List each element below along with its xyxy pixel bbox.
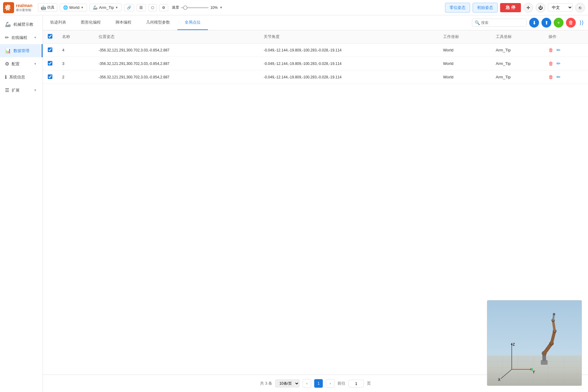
search-input[interactable] — [481, 21, 524, 25]
table-row: 3 -356.32,121.291,300.702,3.03,-0.854,2.… — [43, 57, 588, 70]
tab-graphic-prog[interactable]: 图形化编程 — [74, 15, 108, 30]
settings-icon-btn[interactable]: ⚙ — [159, 4, 168, 11]
row-checkbox-cell — [43, 57, 57, 70]
upload-btn[interactable]: ⬆ — [541, 18, 551, 28]
chevron-down-icon2: ▼ — [115, 6, 118, 9]
tab-script-prog[interactable]: 脚本编程 — [108, 15, 139, 30]
sidebar: 🦾 机械臂示教 ✏ 在线编程 ▼ 📊 数据管理 ⚙ 配置 ▼ ℹ 系统信息 ☰ … — [0, 15, 43, 392]
download-btn[interactable]: ⬇ — [529, 18, 539, 28]
connect-icon: 🔗 — [127, 6, 131, 10]
3d-viewer-panel: 👁 — [487, 300, 582, 386]
tab-trajectory[interactable]: 轨迹列表 — [43, 15, 74, 30]
delete-btn[interactable]: 🗑 — [566, 18, 576, 28]
row-work-coord-2: World — [438, 70, 491, 84]
init-pose-btn[interactable]: 初始姿态 — [473, 3, 498, 13]
sim-btn[interactable]: 🤖 仿真 — [38, 3, 57, 12]
col-checkbox — [43, 30, 57, 43]
table-row: 4 -356.32,121.291,300.702,3.03,-0.854,2.… — [43, 43, 588, 57]
plus-icon: ✛ — [526, 5, 530, 10]
row-name-2: 2 — [57, 70, 94, 84]
power-icon-btn[interactable]: ⏻ — [536, 3, 545, 13]
arm-dropdown[interactable]: 🦾 Arm_Tip ▼ — [89, 4, 122, 11]
config-icon: ⚙ — [5, 61, 9, 67]
speed-label: 速度 — [172, 5, 179, 10]
chain-icon: ⛓ — [139, 6, 143, 10]
page-1-btn[interactable]: 1 — [314, 379, 323, 388]
goto-label: 前往 — [337, 381, 345, 386]
prev-page-btn[interactable]: ‹ — [303, 379, 311, 388]
goto-input[interactable] — [349, 380, 364, 387]
logout-icon-btn[interactable]: ⎋ — [575, 3, 585, 13]
collapse-btn[interactable]: ⟩⟩ — [578, 19, 585, 26]
zero-pose-btn[interactable]: 零位姿态 — [445, 3, 470, 13]
world-dropdown[interactable]: 🌐 World ▼ — [60, 4, 87, 11]
row-edit-btn-2[interactable]: ✏ — [556, 74, 560, 80]
speed-value: 10% — [210, 6, 218, 10]
row-tool-coord-1: Arm_Tip — [491, 57, 544, 70]
sidebar-item-extend[interactable]: ☰ 扩展 ▼ — [0, 84, 43, 97]
row-delete-btn-2[interactable]: 🗑 — [548, 74, 553, 80]
tab-geo-model[interactable]: 几何模型参数 — [139, 15, 177, 30]
data-mgmt-icon: 📊 — [5, 48, 11, 54]
speed-slider[interactable] — [181, 7, 209, 8]
row-name-0: 4 — [57, 43, 94, 57]
row-action-0: 🗑 ✏ — [544, 43, 588, 57]
sidebar-item-mechanical[interactable]: 🦾 机械臂示教 — [0, 18, 43, 31]
col-name: 名称 — [57, 30, 94, 43]
svg-line-20 — [553, 320, 555, 331]
table-body: 4 -356.32,121.291,300.702,3.03,-0.854,2.… — [43, 43, 588, 84]
connect-btn[interactable]: 🔗 — [124, 4, 134, 11]
emergency-stop-btn[interactable]: 急 停 — [500, 3, 521, 12]
chevron-down-icon3: ▼ — [34, 36, 37, 39]
sidebar-item-sysinfo[interactable]: ℹ 系统信息 — [0, 70, 43, 84]
sidebar-item-mechanical-label: 机械臂示教 — [13, 22, 33, 27]
robot-arm-svg: Z X Y — [487, 300, 582, 386]
next-page-btn[interactable]: › — [326, 379, 334, 388]
tabs: 轨迹列表 图形化编程 脚本编程 几何模型参数 全局点位 🔍 ⬇ ⬆ ＋ 🗑 ⟩⟩ — [43, 15, 588, 30]
chevron-down-icon5: ▼ — [34, 89, 37, 92]
topnav-right: 零位姿态 初始姿态 急 停 ✛ ⏻ 中文 English ⎋ — [445, 3, 585, 13]
pagination-total: 共 3 条 — [260, 381, 272, 386]
row-checkbox-2[interactable] — [48, 74, 52, 79]
col-pose: 位置姿态 — [94, 30, 259, 43]
sidebar-item-online-prog[interactable]: ✏ 在线编程 ▼ — [0, 31, 43, 44]
speed-control: 速度 10% ▼ — [172, 5, 223, 10]
row-checkbox-cell — [43, 43, 57, 57]
sidebar-item-config[interactable]: ⚙ 配置 ▼ — [0, 57, 43, 70]
online-prog-icon: ✏ — [5, 35, 9, 40]
chain-icon-btn[interactable]: ⛓ — [137, 4, 146, 11]
row-checkbox-cell — [43, 70, 57, 84]
sim-icon: 🤖 — [41, 5, 46, 10]
col-joint: 关节角度 — [259, 30, 438, 43]
row-pose-2: -356.32,121.291,300.702,3.03,-0.854,2.88… — [94, 70, 259, 84]
sidebar-item-config-label: 配置 — [12, 61, 20, 67]
svg-text:睿: 睿 — [5, 4, 11, 11]
logout-icon: ⎋ — [579, 5, 581, 10]
row-edit-btn-0[interactable]: ✏ — [556, 47, 560, 53]
cube-icon-btn[interactable]: ⬡ — [148, 4, 157, 11]
cube-icon: ⬡ — [151, 6, 154, 10]
svg-text:Y: Y — [533, 370, 535, 374]
col-work-coord: 工作坐标 — [438, 30, 491, 43]
row-delete-btn-1[interactable]: 🗑 — [548, 61, 553, 66]
speed-chevron-icon: ▼ — [220, 6, 223, 9]
sidebar-item-data-mgmt[interactable]: 📊 数据管理 — [0, 44, 43, 57]
world-icon: 🌐 — [63, 5, 68, 10]
page-size-select[interactable]: 10条/页 20条/页 50条/页 — [275, 379, 300, 387]
plus-icon-btn[interactable]: ✛ — [523, 3, 533, 13]
row-pose-0: -356.32,121.291,300.702,3.03,-0.854,2.88… — [94, 43, 259, 57]
svg-text:Z: Z — [513, 342, 515, 347]
row-joint-1: -0.049,-12.144,-19.809,-100.283,-0.028,-… — [259, 57, 438, 70]
row-delete-btn-0[interactable]: 🗑 — [548, 47, 553, 53]
language-select[interactable]: 中文 English — [548, 3, 573, 12]
row-checkbox-1[interactable] — [48, 61, 52, 66]
row-tool-coord-0: Arm_Tip — [491, 43, 544, 57]
select-all-checkbox[interactable] — [48, 34, 52, 39]
row-checkbox-0[interactable] — [48, 47, 52, 52]
tab-actions: 🔍 ⬇ ⬆ ＋ 🗑 ⟩⟩ — [472, 18, 588, 28]
tab-global-points[interactable]: 全局点位 — [177, 15, 208, 30]
add-btn[interactable]: ＋ — [554, 18, 564, 28]
col-tool-coord: 工具坐标 — [491, 30, 544, 43]
row-edit-btn-1[interactable]: ✏ — [556, 61, 560, 66]
table-row: 2 -356.32,121.291,300.702,3.03,-0.854,2.… — [43, 70, 588, 84]
